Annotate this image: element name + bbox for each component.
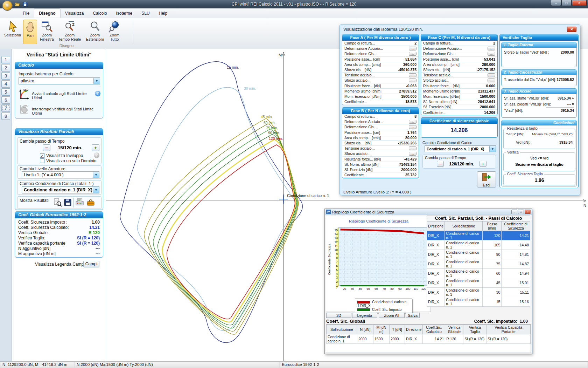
- condizione-combobox[interactable]: Condizione di carico n. 1 (DIR_X) ▼: [425, 145, 496, 152]
- zoom-finestra-button[interactable]: Zoom Finestra: [38, 20, 56, 44]
- table-row[interactable]: DIR_XCondizione di carico n. 19014.81: [427, 250, 530, 259]
- dominio-checkbox[interactable]: [40, 158, 44, 163]
- tools-icon[interactable]: [86, 198, 95, 207]
- table-row[interactable]: DIR_XCondizione di carico n. 110514.48: [427, 240, 530, 250]
- magnifier-icon: [89, 20, 101, 33]
- coeff-taglio-value: 1.96: [504, 177, 575, 183]
- ellipsis-button[interactable]: ...: [409, 152, 416, 156]
- condizione-combobox[interactable]: Condizione di carico n. 1 (DIR_X) ▼: [22, 186, 99, 193]
- side-tab-7[interactable]: 7: [1, 104, 10, 112]
- passo-plus-button[interactable]: +: [92, 144, 99, 151]
- passo-minus-button[interactable]: −: [437, 161, 444, 167]
- maximize-button[interactable]: □: [518, 210, 524, 214]
- zoom-estensioni-button[interactable]: Zoom Estensioni: [84, 20, 106, 44]
- chevron-down-icon[interactable]: ▼: [93, 78, 100, 84]
- ellipsis-button[interactable]: ...: [488, 79, 495, 82]
- tab-calcolo[interactable]: Calcolo: [89, 9, 112, 18]
- tab-slu[interactable]: SLU: [137, 9, 154, 18]
- close-button[interactable]: ×: [572, 0, 587, 6]
- plot-results-icon[interactable]: [75, 198, 84, 207]
- minimize-button[interactable]: –: [511, 210, 517, 214]
- ellipsis-button[interactable]: ...: [488, 73, 495, 77]
- ellipsis-button[interactable]: ...: [488, 47, 495, 50]
- livello-combobox[interactable]: Livello 1: (Y = 4.000 ) ▼: [22, 171, 99, 178]
- save-icon[interactable]: [22, 1, 28, 7]
- riepilogo-title: Riepilogo Coefficiente di Sicurezza: [332, 210, 394, 214]
- slu-stop-icon[interactable]: SLU: [19, 103, 30, 115]
- esci-button[interactable]: Esci: [477, 171, 496, 188]
- property-row: Sf. Norm. ultimo [dN]71463.154: [342, 162, 419, 167]
- table-row[interactable]: DIR_XCondizione di carico n. 11515.16: [427, 297, 530, 307]
- side-tab-2[interactable]: 2: [1, 64, 10, 71]
- chevron-down-icon[interactable]: ▼: [93, 187, 99, 193]
- button-3d[interactable]: 3D: [326, 313, 351, 318]
- tab-help[interactable]: Help: [154, 9, 172, 18]
- button-salva[interactable]: Salva: [406, 313, 420, 318]
- inviluppo-checkbox[interactable]: ✓: [40, 153, 44, 158]
- combo-value: Condizione di carico n. 1 (DIR_X): [24, 188, 92, 192]
- passo-plus-button[interactable]: +: [479, 161, 486, 167]
- table-row[interactable]: DIR_XCondizione di carico n. 112014.21: [427, 231, 530, 240]
- side-tab-8[interactable]: 8: [1, 113, 10, 120]
- table-row[interactable]: DIR_XCondizione di carico n. 13015.11: [427, 288, 530, 297]
- ellipsis-button[interactable]: ...: [409, 52, 416, 56]
- table-row[interactable]: DIR_XCondizione di carico n. 17514.87: [427, 259, 530, 269]
- table-row[interactable]: DIR_XCondizione di carico n. 14515.01: [427, 278, 530, 288]
- ellipsis-button[interactable]: ...: [488, 52, 495, 56]
- open-icon[interactable]: [15, 1, 20, 7]
- help-icon[interactable]: ?: [94, 152, 99, 158]
- side-tab-1[interactable]: 1: [1, 56, 10, 63]
- window-title: CPI win® REI Calcolo 2011 - v01 - pilast…: [0, 0, 588, 8]
- tab-disegno[interactable]: Disegno: [34, 8, 60, 18]
- tab-isoterme[interactable]: Isoterme: [112, 9, 137, 18]
- pan-button[interactable]: Pan: [23, 20, 37, 44]
- chevron-down-icon[interactable]: ▼: [489, 146, 496, 152]
- table-row[interactable]: Condizione di carico n. 1 2000 1500 2000…: [327, 334, 531, 344]
- coef-value: ---: [96, 246, 100, 251]
- curve-label-30min: 30 min.: [244, 86, 256, 90]
- side-tab-5[interactable]: 5: [1, 88, 10, 96]
- tab-visualizza[interactable]: Visualizza: [61, 9, 89, 18]
- app-menu-button[interactable]: [2, 0, 13, 11]
- results-preview-icon[interactable]: [53, 198, 62, 207]
- button-zoom-all[interactable]: Zoom All: [379, 313, 405, 318]
- property-row: Tensione acciaio......: [421, 73, 497, 78]
- chart-panel: Riepilogo Coefficiente di Sicurezza Coef…: [326, 216, 431, 312]
- minimize-button[interactable]: –: [551, 0, 561, 6]
- ellipsis-button[interactable]: ...: [409, 125, 416, 129]
- ellipsis-button[interactable]: ...: [409, 146, 416, 150]
- campi-button[interactable]: Campi: [83, 261, 99, 267]
- cambia-condizione-label: Cambia Condizione di Carico: [422, 141, 472, 145]
- ellipsis-button[interactable]: ...: [409, 47, 416, 50]
- help-icon[interactable]: ?: [95, 91, 100, 96]
- seleziona-button[interactable]: Seleziona: [3, 20, 22, 44]
- table-row[interactable]: DIR_XCondizione di carico n. 16014.94: [427, 269, 530, 278]
- button-legenda[interactable]: Legenda: [352, 313, 377, 318]
- chevron-down-icon[interactable]: ▼: [93, 172, 99, 178]
- interrompe-slu-button[interactable]: Interrompe verifica agli Stati Limite Ul…: [32, 107, 102, 115]
- close-icon[interactable]: ×: [525, 210, 531, 214]
- avvia-slu-button[interactable]: Avvia il calcolo agli Stati Limite Ultim…: [32, 91, 93, 100]
- ellipsis-button[interactable]: ...: [409, 73, 416, 77]
- side-tab-4[interactable]: 4: [1, 80, 10, 88]
- side-tab-6[interactable]: 6: [1, 96, 10, 104]
- ellipsis-button[interactable]: ...: [409, 120, 416, 124]
- isoterma-combobox[interactable]: pilastro ▼: [19, 77, 100, 84]
- save-results-icon[interactable]: [63, 198, 72, 207]
- svg-text:60: 60: [374, 287, 378, 291]
- zoom-tempo-reale-button[interactable]: ± Zoom Tempo Reale: [57, 20, 83, 44]
- side-tab-3[interactable]: 3: [1, 72, 10, 80]
- ellipsis-button[interactable]: ...: [409, 79, 416, 82]
- tab-file[interactable]: File: [18, 9, 34, 18]
- slu-run-icon[interactable]: SLU: [19, 89, 30, 100]
- passo-minus-button[interactable]: −: [43, 144, 50, 151]
- maximize-button[interactable]: □: [561, 0, 572, 6]
- riepilogo-titlebar[interactable]: Riepilogo Coefficiente di Sicurezza – □ …: [325, 209, 532, 215]
- fase-b-box: Fase B ( Per N diverso da zero) Campo di…: [342, 107, 419, 178]
- zoom-tutto-button[interactable]: Zoom Tutto: [106, 20, 122, 44]
- property-row: Risultante forze... [dN]0.000: [421, 83, 497, 89]
- property-row: Sforzo acciaio......: [342, 78, 419, 83]
- table-header-row: Direzione Sollecitazione Passo [min] Coe…: [427, 222, 530, 231]
- close-icon[interactable]: ✕: [567, 27, 576, 32]
- fase-c-header: Fase C (Per M, N diversi da zero): [421, 34, 497, 41]
